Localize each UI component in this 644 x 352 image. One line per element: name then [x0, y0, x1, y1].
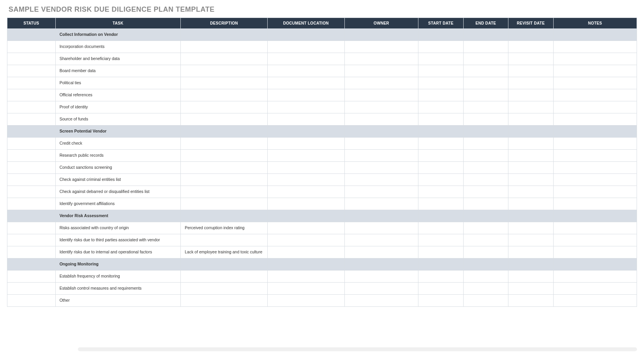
cell-doc_location[interactable]	[267, 222, 344, 234]
cell-owner[interactable]	[344, 174, 418, 186]
cell-owner[interactable]	[344, 126, 418, 138]
cell-description[interactable]	[181, 283, 268, 295]
cell-end_date[interactable]	[463, 234, 508, 246]
cell-revisit_date[interactable]	[508, 162, 553, 174]
cell-start_date[interactable]	[418, 210, 463, 222]
cell-start_date[interactable]	[418, 258, 463, 271]
cell-description[interactable]	[181, 162, 268, 174]
cell-description[interactable]	[181, 174, 268, 186]
cell-task[interactable]: Source of funds	[55, 113, 181, 126]
cell-owner[interactable]	[344, 198, 418, 210]
cell-notes[interactable]	[553, 234, 637, 246]
cell-owner[interactable]	[344, 222, 418, 234]
cell-status[interactable]	[7, 210, 56, 222]
cell-revisit_date[interactable]	[508, 210, 553, 222]
cell-revisit_date[interactable]	[508, 246, 553, 258]
cell-task[interactable]: Credit check	[55, 138, 181, 150]
cell-owner[interactable]	[344, 77, 418, 89]
cell-task[interactable]: Identify government affiliations	[55, 198, 181, 210]
cell-status[interactable]	[7, 295, 56, 307]
cell-notes[interactable]	[553, 162, 637, 174]
cell-status[interactable]	[7, 150, 56, 162]
cell-notes[interactable]	[553, 283, 637, 295]
cell-end_date[interactable]	[463, 295, 508, 307]
cell-task[interactable]: Ongoing Monitoring	[55, 258, 181, 271]
cell-end_date[interactable]	[463, 271, 508, 283]
cell-notes[interactable]	[553, 53, 637, 65]
cell-doc_location[interactable]	[267, 258, 344, 271]
cell-start_date[interactable]	[418, 295, 463, 307]
cell-revisit_date[interactable]	[508, 113, 553, 126]
cell-description[interactable]: Perceived corruption index rating	[181, 222, 268, 234]
cell-description[interactable]	[181, 89, 268, 101]
cell-doc_location[interactable]	[267, 198, 344, 210]
cell-notes[interactable]	[553, 113, 637, 126]
cell-notes[interactable]	[553, 41, 637, 53]
cell-start_date[interactable]	[418, 89, 463, 101]
cell-doc_location[interactable]	[267, 174, 344, 186]
cell-description[interactable]	[181, 126, 268, 138]
cell-status[interactable]	[7, 174, 56, 186]
cell-notes[interactable]	[553, 77, 637, 89]
cell-revisit_date[interactable]	[508, 283, 553, 295]
cell-owner[interactable]	[344, 186, 418, 198]
cell-start_date[interactable]	[418, 150, 463, 162]
cell-start_date[interactable]	[418, 222, 463, 234]
cell-notes[interactable]	[553, 174, 637, 186]
cell-status[interactable]	[7, 101, 56, 113]
cell-notes[interactable]	[553, 186, 637, 198]
cell-status[interactable]	[7, 138, 56, 150]
cell-task[interactable]: Proof of identity	[55, 101, 181, 113]
cell-revisit_date[interactable]	[508, 89, 553, 101]
cell-end_date[interactable]	[463, 222, 508, 234]
cell-owner[interactable]	[344, 210, 418, 222]
cell-end_date[interactable]	[463, 101, 508, 113]
cell-end_date[interactable]	[463, 77, 508, 89]
cell-revisit_date[interactable]	[508, 234, 553, 246]
cell-notes[interactable]	[553, 89, 637, 101]
cell-task[interactable]: Identify risks due to internal and opera…	[55, 246, 181, 258]
cell-description[interactable]	[181, 258, 268, 271]
cell-revisit_date[interactable]	[508, 138, 553, 150]
cell-owner[interactable]	[344, 29, 418, 41]
cell-doc_location[interactable]	[267, 295, 344, 307]
cell-end_date[interactable]	[463, 150, 508, 162]
cell-owner[interactable]	[344, 138, 418, 150]
cell-doc_location[interactable]	[267, 126, 344, 138]
cell-status[interactable]	[7, 113, 56, 126]
cell-end_date[interactable]	[463, 65, 508, 77]
cell-revisit_date[interactable]	[508, 41, 553, 53]
cell-description[interactable]	[181, 41, 268, 53]
cell-end_date[interactable]	[463, 41, 508, 53]
cell-task[interactable]: Other	[55, 295, 181, 307]
cell-end_date[interactable]	[463, 186, 508, 198]
cell-start_date[interactable]	[418, 162, 463, 174]
cell-notes[interactable]	[553, 101, 637, 113]
cell-owner[interactable]	[344, 283, 418, 295]
cell-doc_location[interactable]	[267, 186, 344, 198]
cell-doc_location[interactable]	[267, 271, 344, 283]
cell-doc_location[interactable]	[267, 65, 344, 77]
cell-task[interactable]: Board member data	[55, 65, 181, 77]
cell-revisit_date[interactable]	[508, 186, 553, 198]
cell-status[interactable]	[7, 53, 56, 65]
cell-status[interactable]	[7, 29, 56, 41]
cell-notes[interactable]	[553, 222, 637, 234]
cell-notes[interactable]	[553, 295, 637, 307]
cell-status[interactable]	[7, 186, 56, 198]
cell-revisit_date[interactable]	[508, 77, 553, 89]
cell-description[interactable]	[181, 271, 268, 283]
cell-task[interactable]: Shareholder and beneficiary data	[55, 53, 181, 65]
cell-end_date[interactable]	[463, 113, 508, 126]
cell-start_date[interactable]	[418, 246, 463, 258]
cell-status[interactable]	[7, 77, 56, 89]
cell-owner[interactable]	[344, 162, 418, 174]
cell-revisit_date[interactable]	[508, 198, 553, 210]
cell-end_date[interactable]	[463, 198, 508, 210]
cell-status[interactable]	[7, 198, 56, 210]
cell-doc_location[interactable]	[267, 41, 344, 53]
cell-doc_location[interactable]	[267, 210, 344, 222]
cell-start_date[interactable]	[418, 198, 463, 210]
cell-owner[interactable]	[344, 101, 418, 113]
cell-description[interactable]	[181, 29, 268, 41]
